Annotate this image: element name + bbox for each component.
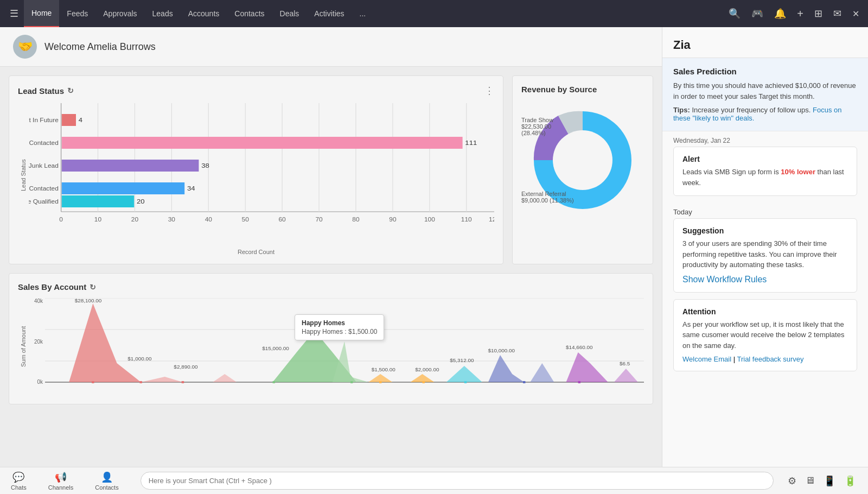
svg-text:Contacted: Contacted — [29, 140, 58, 146]
svg-text:34: 34 — [187, 185, 195, 192]
svg-text:$10,000.00: $10,000.00 — [488, 347, 515, 353]
svg-text:$1,500.00: $1,500.00 — [372, 366, 395, 372]
nav-activities[interactable]: Activities — [307, 0, 352, 27]
svg-text:20: 20 — [137, 198, 145, 205]
email-icon[interactable]: ✉ — [829, 0, 846, 27]
attention-text: As per your workflow set up, it is most … — [682, 319, 848, 351]
nav-accounts[interactable]: Accounts — [181, 0, 227, 27]
tip-label: Tips: — [673, 106, 690, 114]
sales-title: Sales By Account ↻ — [18, 282, 96, 292]
topnav-right-icons: 🔍 🎮 🔔 + ⊞ ✉ ✕ — [724, 0, 864, 27]
notification-icon[interactable]: 🔔 — [770, 0, 790, 27]
svg-text:$2,890.00: $2,890.00 — [174, 364, 197, 369]
bar-contacted — [62, 137, 463, 149]
zia-suggestion-box: Suggestion 3 of your users are spending … — [673, 218, 857, 293]
svg-text:Junk Lead: Junk Lead — [29, 163, 59, 169]
tip-text: Increase your frequency of follow ups. — [692, 106, 813, 114]
mobile-icon[interactable]: 📱 — [820, 472, 839, 490]
sales-chart-svg: $28,100.00 $1,000.00 $2,890.00 $15,000.0… — [45, 298, 644, 393]
monitor-icon[interactable]: 🖥 — [802, 472, 818, 490]
bar-pre-qualified — [62, 195, 134, 207]
panel-menu-icon[interactable]: ⋮ — [484, 85, 494, 97]
nav-leads[interactable]: Leads — [145, 0, 181, 27]
svg-text:111: 111 — [465, 140, 477, 147]
bar-chart-svg: 0 10 20 30 40 50 60 70 80 90 100 — [29, 103, 494, 233]
sales-chart-container: Sum of Amount 40k 20k 0k — [18, 298, 644, 395]
svg-rect-47 — [423, 381, 425, 383]
svg-text:$6.5: $6.5 — [620, 360, 630, 366]
nav-contacts[interactable]: Contacts — [227, 0, 272, 27]
sales-by-account-panel: Sales By Account ↻ Sum of Amount 40k 20k… — [9, 273, 653, 404]
svg-text:Contact In Future: Contact In Future — [29, 117, 59, 123]
lead-status-title: Lead Status ↻ — [18, 86, 74, 96]
game-icon[interactable]: 🎮 — [747, 0, 768, 27]
svg-text:$14,660.00: $14,660.00 — [566, 344, 593, 350]
suggestion-text: 3 of your users are spending 30% of thei… — [682, 238, 848, 270]
zia-attention-box: Attention As per your workflow set up, i… — [673, 299, 857, 372]
attention-title: Attention — [682, 307, 848, 316]
channels-icon: 📢 — [55, 471, 67, 483]
lead-status-chart: Lead Status — [18, 103, 494, 255]
attention-links: Welcome Email | Trial feedback survey — [682, 355, 848, 363]
svg-text:100: 100 — [424, 217, 435, 223]
zia-panel: Zia Sales Prediction By this time you sh… — [662, 27, 868, 494]
nav-deals[interactable]: Deals — [272, 0, 307, 27]
svg-text:110: 110 — [461, 217, 472, 223]
svg-text:0: 0 — [59, 217, 63, 223]
sales-header: Sales By Account ↻ — [18, 282, 644, 292]
svg-text:10: 10 — [94, 217, 101, 223]
contacts-label: Contacts — [95, 484, 118, 491]
refresh-icon-2[interactable]: ↻ — [90, 283, 96, 292]
settings-icon[interactable]: ⚙ — [784, 472, 800, 490]
svg-text:30: 30 — [168, 217, 175, 223]
nav-approvals[interactable]: Approvals — [95, 0, 144, 27]
svg-rect-49 — [523, 381, 525, 383]
zia-tips: Tips: Increase your frequency of follow … — [673, 106, 857, 122]
svg-rect-44 — [273, 381, 275, 383]
svg-text:4: 4 — [79, 117, 83, 124]
external-referral-label: External Referral $9,000.00 (11.38%) — [521, 191, 574, 204]
dashboard-row-1: Lead Status ↻ ⋮ Lead Status — [0, 67, 662, 264]
welcome-email-link[interactable]: Welcome Email — [682, 355, 731, 363]
grid-icon[interactable]: ⊞ — [810, 0, 827, 27]
nav-feeds[interactable]: Feeds — [59, 0, 95, 27]
zia-title: Zia — [662, 27, 868, 58]
svg-text:40: 40 — [205, 217, 212, 223]
bottom-right-controls: ⚙ 🖥 📱 🔋 — [784, 472, 868, 490]
svg-rect-42 — [139, 381, 142, 383]
user-avatar: 🤝 — [13, 35, 37, 59]
bar-contact-future — [62, 114, 76, 126]
hamburger-menu[interactable]: ☰ — [4, 0, 24, 27]
bar-chart-area: 0 10 20 30 40 50 60 70 80 90 100 — [29, 103, 494, 248]
trial-feedback-link[interactable]: Trial feedback survey — [737, 355, 803, 363]
svg-text:$28,100.00: $28,100.00 — [75, 298, 102, 303]
nav-home[interactable]: Home — [24, 0, 59, 27]
revenue-header: Revenue by Source — [521, 85, 644, 94]
bottom-contacts[interactable]: 👤 Contacts — [84, 471, 129, 491]
refresh-icon[interactable]: ↻ — [67, 86, 74, 95]
add-icon[interactable]: + — [793, 0, 808, 27]
nav-more[interactable]: ... — [352, 0, 374, 27]
bottom-chats[interactable]: 💬 Chats — [0, 471, 37, 491]
bottom-channels[interactable]: 📢 Channels — [37, 471, 84, 491]
channels-label: Channels — [48, 484, 73, 491]
y-ticks: 40k 20k 0k — [29, 298, 45, 385]
search-icon[interactable]: 🔍 — [724, 0, 745, 27]
show-workflow-link[interactable]: Show Workflow Rules — [682, 275, 767, 284]
svg-rect-48 — [464, 381, 467, 383]
trade-show-label: Trade Show $22,530.00 (28.48%) — [521, 117, 576, 136]
zia-sales-prediction: Sales Prediction By this time you should… — [662, 58, 868, 131]
battery-icon[interactable]: 🔋 — [841, 472, 859, 490]
svg-text:$2,000.00: $2,000.00 — [415, 366, 439, 372]
show-workflow-link-container: Show Workflow Rules — [682, 275, 848, 284]
x-axis-label: Record Count — [18, 249, 494, 255]
close-icon[interactable]: ✕ — [848, 0, 864, 27]
smart-chat-input[interactable] — [141, 472, 774, 490]
main-area: 🤝 Welcome Amelia Burrows Lead Status ↻ ⋮… — [0, 27, 868, 494]
sales-prediction-title: Sales Prediction — [673, 67, 857, 76]
welcome-title: Welcome Amelia Burrows — [44, 41, 156, 53]
bar-not-contacted — [62, 182, 184, 194]
svg-text:60: 60 — [278, 217, 285, 223]
top-navigation: ☰ Home Feeds Approvals Leads Accounts Co… — [0, 0, 868, 27]
alert-text-before: Leads via SMB Sign up form is — [682, 168, 781, 176]
